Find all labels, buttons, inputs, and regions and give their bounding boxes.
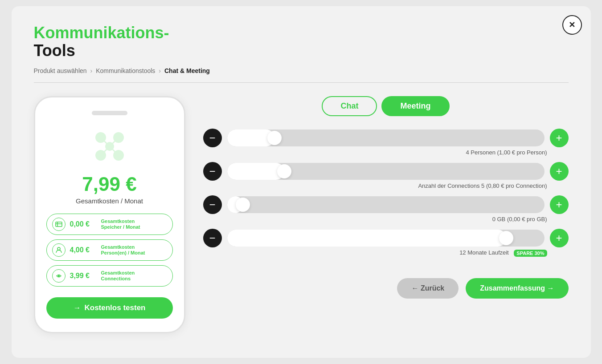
sliders-area: − + 4 Personen (1,00 € pro Person) − — [203, 129, 569, 256]
slider-track-connections[interactable] — [227, 163, 545, 180]
slider-row-connections: − + Anzahl der Connections 5 (0,80 € pro… — [203, 162, 569, 189]
plus-button-laufzeit[interactable]: + — [550, 229, 569, 247]
back-button[interactable]: ← Zurück — [397, 278, 459, 299]
spare-badge: SPARE 30% — [514, 250, 547, 257]
person-icon — [52, 243, 66, 257]
plus-button-connections[interactable]: + — [550, 162, 569, 181]
slider-row-gb: − + 0 GB (0,00 € pro GB) — [203, 195, 569, 222]
free-trial-label: Kostenlos testen — [85, 303, 146, 312]
minus-button-gb[interactable]: − — [203, 195, 222, 214]
slider-fill-connections — [227, 163, 284, 180]
close-button[interactable]: ✕ — [562, 15, 582, 35]
svg-point-13 — [58, 275, 60, 277]
connections-amount: 3,99 € — [70, 272, 97, 280]
minus-button-personen[interactable]: − — [203, 129, 222, 147]
breadcrumb-item1: Produkt auswählen — [34, 67, 87, 74]
content-row: 7,99 € Gesamtkosten / Monat 0,00 € Gesam… — [34, 96, 569, 333]
cost-rows: 0,00 € GesamtkostenSpeicher / Monat 4,00… — [46, 214, 173, 287]
breadcrumb-item2: Kommunikationstools — [96, 67, 155, 74]
title-line2: Tools — [34, 42, 569, 60]
close-icon: ✕ — [569, 20, 575, 30]
speicher-label: GesamtkostenSpeicher / Monat — [101, 218, 140, 230]
speicher-icon — [52, 218, 66, 231]
svg-point-12 — [57, 247, 60, 250]
slider-controls-laufzeit: − + — [203, 229, 569, 247]
connections-label: GesamtkostenConnections — [101, 270, 135, 282]
slider-row-personen: − + 4 Personen (1,00 € pro Person) — [203, 129, 569, 156]
slider-controls-personen: − + — [203, 129, 569, 147]
divider — [34, 82, 569, 83]
slider-label-personen: 4 Personen (1,00 € pro Person) — [203, 149, 569, 156]
slider-label-gb: 0 GB (0,00 € pro GB) — [203, 216, 569, 222]
drone-icon — [92, 129, 127, 164]
slider-label-connections: Anzahl der Connections 5 (0,80 € pro Con… — [203, 182, 569, 189]
svg-rect-9 — [56, 222, 62, 226]
summary-button[interactable]: Zusammenfassung → — [466, 278, 568, 299]
minus-button-connections[interactable]: − — [203, 162, 222, 181]
page-title: Kommunikations- Tools — [34, 24, 569, 59]
plus-button-personen[interactable]: + — [550, 129, 569, 147]
meeting-tab[interactable]: Meeting — [381, 96, 449, 116]
cost-row-connections: 3,99 € GesamtkostenConnections — [46, 265, 173, 287]
breadcrumb-item3: Chat & Meeting — [164, 67, 210, 74]
cost-row-speicher: 0,00 € GesamtkostenSpeicher / Monat — [46, 214, 173, 235]
personen-label: GesamtkostenPerson(en) / Monat — [101, 244, 145, 256]
phone-icon-area — [46, 129, 173, 164]
slider-fill-laufzeit — [227, 230, 507, 247]
slider-track-gb[interactable] — [227, 196, 545, 213]
title-line1: Kommunikations- — [34, 24, 569, 42]
connections-icon — [52, 269, 66, 283]
slider-controls-connections: − + — [203, 162, 569, 181]
speicher-amount: 0,00 € — [70, 220, 97, 228]
slider-thumb-gb — [236, 198, 250, 212]
slider-thumb-connections — [277, 164, 291, 178]
chat-tab[interactable]: Chat — [322, 96, 377, 116]
phone-price-label: Gesamtkosten / Monat — [46, 197, 173, 205]
breadcrumb: Produkt auswählen › Kommunikationstools … — [34, 67, 569, 74]
tab-row: Chat Meeting — [203, 96, 569, 116]
personen-amount: 4,00 € — [70, 246, 97, 254]
slider-track-personen[interactable] — [227, 129, 545, 146]
arrow-right-icon: → — [74, 303, 81, 312]
bottom-actions: ← Zurück Zusammenfassung → — [203, 278, 569, 299]
plus-button-gb[interactable]: + — [550, 195, 569, 214]
phone-notch — [92, 111, 127, 115]
breadcrumb-sep2: › — [159, 67, 161, 74]
modal: ✕ Kommunikations- Tools Produkt auswähle… — [12, 6, 591, 358]
slider-thumb-laufzeit — [499, 231, 513, 245]
breadcrumb-sep1: › — [90, 67, 93, 74]
slider-thumb-personen — [267, 131, 282, 145]
right-panel: Chat Meeting − + 4 Persone — [203, 96, 569, 299]
minus-button-laufzeit[interactable]: − — [203, 229, 222, 247]
slider-controls-gb: − + — [203, 195, 569, 214]
cost-row-personen: 4,00 € GesamtkostenPerson(en) / Monat — [46, 239, 173, 261]
slider-track-laufzeit[interactable] — [227, 230, 545, 247]
slider-label-laufzeit: 12 Monate Laufzeit SPARE 30% — [203, 249, 569, 256]
slider-row-laufzeit: − + 12 Monate Laufzeit SPARE 30% — [203, 229, 569, 256]
free-trial-button[interactable]: → Kostenlos testen — [46, 297, 173, 319]
phone-mockup: 7,99 € Gesamtkosten / Monat 0,00 € Gesam… — [34, 96, 185, 333]
phone-price: 7,99 € — [46, 173, 173, 195]
